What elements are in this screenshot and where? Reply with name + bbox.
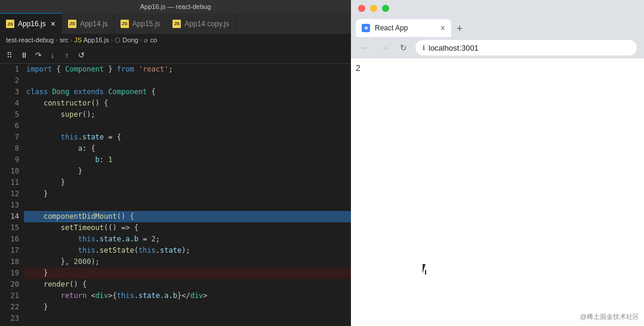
step-over-button[interactable]: ↷ — [32, 49, 44, 61]
window-titlebar: App16.js — react-debug — [0, 0, 351, 13]
js-icon: JS — [68, 20, 76, 28]
line-number: 6 — [0, 120, 19, 132]
code-area: 1234567891011121314151617181920212223 im… — [0, 64, 351, 326]
browser-tab-react-app[interactable]: ⚛ React App × — [356, 19, 451, 37]
maximize-traffic-light[interactable] — [382, 5, 389, 12]
tab-app14copy[interactable]: JS App14 copy.js — [167, 13, 236, 34]
code-line — [24, 313, 351, 324]
line-number: 5 — [0, 109, 19, 120]
tabs-bar: JS App16.js × JS App14.js JS App15.js JS… — [0, 13, 351, 34]
cursor — [423, 264, 430, 275]
line-number: 19 — [0, 268, 19, 279]
code-line: } — [24, 268, 351, 279]
step-into-button[interactable]: ↓ — [47, 49, 58, 61]
browser-panel: ⚛ React App × + ← → ↻ ℹ localhost:3001 2… — [351, 0, 644, 326]
restart-button[interactable]: ↺ — [75, 49, 87, 61]
code-line: setTimeout(() => { — [24, 222, 351, 234]
window-title: App16.js — react-debug — [140, 3, 211, 10]
pause-button[interactable]: ⏸ — [18, 49, 30, 61]
debug-toolbar: ⠿ ⏸ ↷ ↓ ↑ ↺ — [0, 47, 351, 64]
line-number: 14 — [0, 211, 19, 222]
tab-label: App15.js — [133, 20, 161, 28]
browser-tab-title: React App — [375, 24, 436, 32]
url-text: localhost:3001 — [429, 44, 479, 52]
code-line: class Dong extends Component { — [24, 86, 351, 98]
drag-handle: ⠿ — [4, 49, 16, 61]
line-number: 12 — [0, 188, 19, 200]
code-line: b: 1 — [24, 154, 351, 166]
code-line: } — [24, 166, 351, 177]
line-number: 17 — [0, 245, 19, 256]
line-number: 4 — [0, 98, 19, 109]
tab-app15[interactable]: JS App15.js — [115, 13, 167, 34]
forward-button[interactable]: → — [377, 41, 392, 55]
tab-label: App14.js — [80, 20, 108, 28]
line-number: 10 — [0, 166, 19, 177]
tab-label: App14 copy.js — [184, 20, 229, 28]
line-number: 9 — [0, 154, 19, 166]
line-number: 22 — [0, 302, 19, 313]
line-number: 21 — [0, 290, 19, 302]
code-line: }, 2000); — [24, 256, 351, 268]
code-line: } — [24, 302, 351, 313]
line-number: 3 — [0, 86, 19, 98]
tab-app14[interactable]: JS App14.js — [62, 13, 115, 34]
line-number: 2 — [0, 75, 19, 86]
code-line: componentDidMount() { — [24, 211, 351, 222]
favicon: ⚛ — [362, 24, 370, 32]
line-number: 7 — [0, 132, 19, 143]
line-number: 15 — [0, 222, 19, 234]
code-line — [24, 200, 351, 211]
browser-chrome: ⚛ React App × + ← → ↻ ℹ localhost:3001 — [351, 0, 644, 58]
line-number: 13 — [0, 200, 19, 211]
line-number: 11 — [0, 177, 19, 188]
breadcrumb: test-react-debug › src › JS App16.js › ⬡… — [0, 34, 351, 47]
close-traffic-light[interactable] — [358, 5, 365, 12]
code-line: constructor() { — [24, 98, 351, 109]
breadcrumb-text: test-react-debug › src › JS App16.js › ⬡… — [6, 36, 157, 44]
code-line: a: { — [24, 143, 351, 154]
browser-tabs: ⚛ React App × + — [351, 17, 644, 37]
step-out-button[interactable]: ↑ — [61, 49, 73, 61]
lock-icon: ℹ — [423, 44, 425, 52]
address-bar[interactable]: ℹ localhost:3001 — [415, 40, 637, 55]
code-line: return <div>{this.state.a.b}</div> — [24, 290, 351, 302]
code-line: this.state.a.b = 2; — [24, 234, 351, 245]
code-line: super(); — [24, 109, 351, 120]
js-icon: JS — [121, 20, 129, 28]
tab-app16[interactable]: JS App16.js × — [0, 13, 62, 34]
browser-addressbar: ← → ↻ ℹ localhost:3001 — [351, 37, 644, 58]
line-number: 1 — [0, 64, 19, 75]
refresh-button[interactable]: ↻ — [396, 41, 411, 55]
browser-tab-close-icon[interactable]: × — [440, 23, 445, 33]
code-line: import { Component } from 'react'; — [24, 64, 351, 75]
line-number: 20 — [0, 279, 19, 290]
traffic-lights — [351, 0, 644, 17]
line-number: 8 — [0, 143, 19, 154]
watermark-text: @稀土掘金技术社区 — [580, 312, 639, 321]
code-line: this.setState(this.state); — [24, 245, 351, 256]
code-line — [24, 75, 351, 86]
line-number: 16 — [0, 234, 19, 245]
js-icon: JS — [172, 20, 181, 28]
vscode-panel: App16.js — react-debug JS App16.js × JS … — [0, 0, 351, 326]
code-line: this.state = { — [24, 132, 351, 143]
tab-label: App16.js — [18, 20, 46, 28]
code-line — [24, 120, 351, 132]
js-icon: JS — [6, 20, 14, 28]
code-line: render() { — [24, 279, 351, 290]
line-number: 23 — [0, 313, 19, 324]
browser-content: 2 @稀土掘金技术社区 — [351, 58, 644, 326]
code-line: } — [24, 177, 351, 188]
minimize-traffic-light[interactable] — [370, 5, 377, 12]
back-button[interactable]: ← — [358, 41, 372, 55]
new-tab-button[interactable]: + — [451, 20, 468, 37]
code-lines: import { Component } from 'react'; class… — [24, 64, 351, 326]
code-line: } — [24, 188, 351, 200]
line-numbers: 1234567891011121314151617181920212223 — [0, 64, 24, 326]
tab-close-icon[interactable]: × — [51, 20, 56, 28]
page-content-value: 2 — [351, 58, 644, 77]
line-number: 18 — [0, 256, 19, 268]
